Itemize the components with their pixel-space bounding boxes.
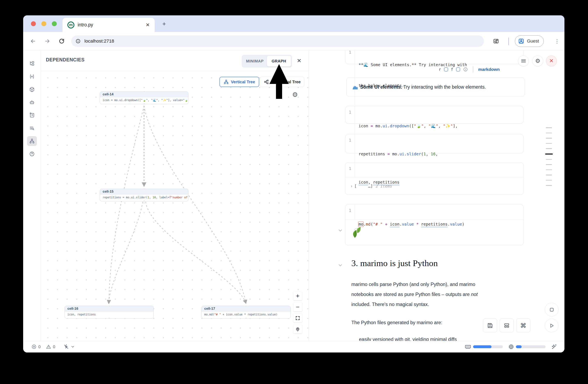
ai-assistant-button[interactable] bbox=[551, 344, 557, 350]
notebook-action-buttons: ⌘ bbox=[483, 319, 530, 332]
minimap-line[interactable] bbox=[546, 127, 552, 128]
cell-dropdown[interactable]: 1 icon = mo.ui.dropdown(["🍃", "🌊", "✨"],… bbox=[345, 106, 524, 124]
minimap-line[interactable] bbox=[546, 138, 552, 139]
stop-square-icon bbox=[549, 307, 554, 312]
reload-icon[interactable] bbox=[57, 37, 66, 46]
window-zoom-button[interactable] bbox=[52, 21, 57, 26]
autorun-toggle[interactable] bbox=[63, 344, 75, 350]
wave-emoji-icon bbox=[352, 84, 358, 90]
cell-momd[interactable]: 1 mo.md("# " + icon.value * repetitions.… bbox=[345, 204, 524, 245]
bracket-ellipsis: …] bbox=[368, 184, 373, 188]
site-info-icon[interactable] bbox=[75, 38, 81, 44]
tab-search-icon[interactable] bbox=[491, 37, 501, 46]
profile-button[interactable]: Guest bbox=[515, 35, 544, 47]
minimap-line[interactable] bbox=[546, 164, 552, 165]
window-close-button[interactable] bbox=[31, 21, 36, 26]
warning-count[interactable]: 0 bbox=[46, 344, 55, 349]
sidebar-item-logs[interactable] bbox=[27, 110, 37, 120]
cell-menu-button[interactable] bbox=[518, 56, 529, 66]
url-bar[interactable]: localhost:2718 bbox=[71, 35, 484, 47]
graph-node-cell-14[interactable]: cell-14 icon = mo.ui.dropdown(["🍃", "🌊",… bbox=[100, 92, 189, 104]
section-collapse-chevron-icon[interactable] bbox=[338, 263, 343, 268]
search-list-icon bbox=[29, 125, 35, 131]
sidebar-item-dependencies[interactable] bbox=[27, 136, 37, 146]
center-view-button[interactable] bbox=[294, 325, 302, 333]
run-all-button[interactable] bbox=[545, 319, 559, 332]
warning-count-value: 0 bbox=[53, 345, 55, 349]
tab-minimap[interactable]: MINIMAP bbox=[243, 56, 267, 67]
robot-icon bbox=[29, 99, 35, 105]
sidebar-item-files[interactable] bbox=[27, 59, 37, 69]
browser-tab[interactable]: m intro.py ✕ bbox=[63, 18, 155, 32]
code-line[interactable]: mo.md("# " + icon.value * repetitions.va… bbox=[358, 221, 464, 228]
minimap-line[interactable] bbox=[546, 180, 552, 181]
sidebar-item-scratchpad-search[interactable] bbox=[27, 123, 37, 133]
zoom-controls: + − bbox=[294, 292, 302, 336]
line-number: 1 bbox=[345, 205, 355, 219]
info-icon[interactable] bbox=[463, 67, 468, 72]
new-tab-button[interactable]: + bbox=[160, 20, 168, 28]
collapse-chevron-icon[interactable] bbox=[338, 228, 343, 233]
minimap-line[interactable] bbox=[546, 174, 552, 175]
md-output-rest: Try interacting with the below elements. bbox=[402, 84, 486, 90]
graph-node-cell-17[interactable]: cell-17 mo.md("# " + icon.value * repeti… bbox=[201, 306, 291, 319]
url-text[interactable]: localhost:2718 bbox=[84, 38, 114, 44]
fit-view-button[interactable] bbox=[294, 314, 302, 322]
browser-menu-icon[interactable]: ⋮ bbox=[553, 37, 561, 46]
tab-close-icon[interactable]: ✕ bbox=[146, 22, 150, 28]
forward-icon[interactable] bbox=[43, 37, 52, 46]
notebook-settings-button[interactable]: ⚙ bbox=[532, 56, 543, 66]
layout-button[interactable] bbox=[500, 319, 514, 332]
cell-minimap[interactable] bbox=[546, 127, 553, 190]
cell-language-label[interactable]: markdown bbox=[478, 67, 500, 72]
minimap-line[interactable] bbox=[546, 148, 552, 149]
node-code: repetitions = mo.ui.slider(1, 16, label=… bbox=[100, 194, 188, 200]
zoom-out-button[interactable]: − bbox=[294, 303, 302, 311]
node-code: mo.md("# " + icon.value * repetitions.va… bbox=[202, 311, 291, 317]
code-line[interactable]: repetitions = mo.ui.slider(1, 16, bbox=[358, 151, 440, 158]
format-checkbox[interactable] bbox=[456, 67, 460, 71]
node-port bbox=[143, 200, 145, 201]
shutdown-button[interactable]: ✕ bbox=[546, 56, 557, 66]
minimap-line[interactable] bbox=[546, 143, 552, 144]
error-count[interactable]: 0 bbox=[31, 344, 41, 349]
graph-canvas[interactable]: cell-14 icon = mo.ui.dropdown(["🍃", "🌊",… bbox=[41, 71, 309, 341]
fullscreen-icon bbox=[295, 316, 300, 321]
save-button[interactable] bbox=[483, 319, 497, 332]
minimap-line-active[interactable] bbox=[545, 154, 553, 154]
expand-chevron[interactable]: › bbox=[350, 184, 353, 188]
minimap-line[interactable] bbox=[546, 159, 552, 160]
minimap-line[interactable] bbox=[546, 133, 552, 134]
sidebar-item-ai-assistant[interactable] bbox=[27, 97, 37, 107]
graph-node-cell-15[interactable]: cell-15 repetitions = mo.ui.slider(1, 16… bbox=[100, 189, 189, 201]
window-minimize-button[interactable] bbox=[42, 21, 46, 26]
minimap-line[interactable] bbox=[546, 185, 552, 186]
close-x-icon: ✕ bbox=[549, 58, 554, 64]
cell-tuple[interactable]: 1 icon, repetitions › [ …] 2 Items bbox=[345, 162, 524, 195]
sidebar-item-packages[interactable] bbox=[27, 85, 37, 94]
sidebar-item-help[interactable] bbox=[27, 149, 37, 159]
sidebar-item-variables[interactable] bbox=[27, 72, 37, 81]
node-port bbox=[108, 317, 110, 319]
node-code: icon = mo.ui.dropdown(["🍃", "🌊", "✨"], v… bbox=[100, 97, 188, 103]
vertical-tree-button[interactable]: Vertical Tree bbox=[219, 77, 259, 87]
browser-window: m intro.py ✕ + localhost:2718 Guest ⋮ bbox=[23, 15, 565, 352]
minimap-line[interactable] bbox=[546, 170, 552, 170]
command-palette-button[interactable]: ⌘ bbox=[516, 319, 530, 332]
close-panel-icon[interactable]: ✕ bbox=[295, 57, 303, 64]
section-heading: 3. marimo is just Python bbox=[351, 258, 438, 268]
paragraph-line: marimo cells parse Python (and only Pyth… bbox=[351, 279, 478, 289]
interrupt-button[interactable] bbox=[545, 303, 559, 316]
graph-node-cell-16[interactable]: cell-16 icon, repetitions bbox=[64, 306, 154, 319]
cursor-arrow-pointer bbox=[267, 64, 291, 99]
cell-slider[interactable]: 1 repetitions = mo.ui.slider(1, 16, labe… bbox=[345, 134, 524, 154]
graph-settings-icon[interactable]: ⚙ bbox=[292, 91, 298, 98]
lightning-off-icon bbox=[63, 344, 69, 350]
cell-markdown-source[interactable]: 1 **🌊 Some UI elements.** Try interactin… bbox=[345, 51, 524, 64]
run-checkbox[interactable] bbox=[444, 67, 448, 71]
md-output-bold: Some UI elements. bbox=[360, 84, 402, 90]
zoom-in-button[interactable]: + bbox=[294, 292, 302, 300]
vertical-tree-label: Vertical Tree bbox=[231, 80, 255, 84]
code-line[interactable]: icon = mo.ui.dropdown(["🍃", "🌊", "✨"], bbox=[358, 123, 458, 130]
back-icon[interactable] bbox=[28, 37, 38, 46]
